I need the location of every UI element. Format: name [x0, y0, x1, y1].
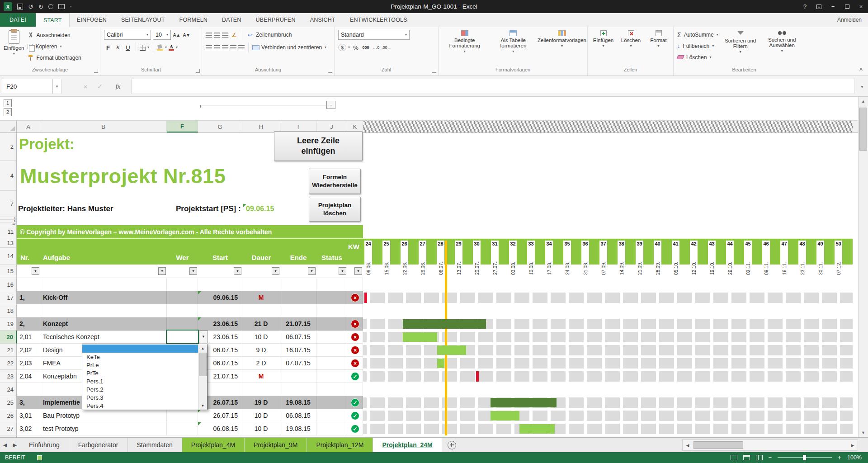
new-sheet-button[interactable]	[448, 441, 456, 449]
column-header-A[interactable]: A	[17, 121, 40, 132]
cell-H17[interactable]: M	[242, 291, 280, 304]
who-option-pers-1[interactable]: Pers.1	[82, 377, 198, 385]
cell-B18[interactable]	[40, 304, 167, 317]
cell-A27[interactable]: 3,02	[17, 422, 40, 435]
clear-button[interactable]: Löschen▾	[677, 52, 718, 62]
column-header-B[interactable]: B	[40, 121, 167, 132]
undo-icon[interactable]: ↺	[28, 4, 33, 10]
number-format-select[interactable]: Standard▾	[338, 30, 410, 40]
cell-H26[interactable]: 10 D	[242, 409, 280, 422]
cell-H24[interactable]	[242, 383, 280, 396]
cell-B16[interactable]	[40, 278, 167, 291]
dialog-launcher-clipboard[interactable]	[94, 69, 98, 73]
sheet-tab-farbgenerator[interactable]: Farbgenerator	[69, 438, 128, 452]
cell-H23[interactable]: M	[242, 370, 280, 383]
cell-J20[interactable]	[316, 331, 347, 344]
wrap-text-button[interactable]: Zeilenumbruch	[256, 30, 292, 40]
insert-empty-row-button[interactable]: Leere Zeile einfügen	[274, 131, 363, 161]
cell-A25[interactable]: 3,	[17, 396, 40, 409]
row-header-22[interactable]: 22	[0, 357, 17, 370]
scroll-left-icon[interactable]: ◀	[683, 443, 693, 448]
cell-B19[interactable]: Konzept	[40, 317, 167, 331]
cell-I16[interactable]	[280, 278, 316, 291]
borders-button[interactable]	[140, 45, 146, 51]
cell-F26[interactable]	[167, 409, 198, 422]
font-color-button[interactable]: A	[169, 44, 174, 51]
align-top-icon[interactable]	[206, 33, 212, 38]
cell-B27[interactable]: test Prototyp	[40, 422, 167, 435]
save-icon[interactable]	[17, 4, 23, 9]
filter-button-H[interactable]: ▼	[272, 267, 279, 275]
who-option-pers-3[interactable]: Pers.3	[82, 393, 198, 402]
cell-K24[interactable]	[347, 383, 363, 396]
minimize-button[interactable]: −	[826, 0, 840, 13]
row-header-26[interactable]: 26	[0, 409, 17, 422]
ribbon-tab-formeln[interactable]: FORMELN	[172, 13, 215, 27]
zoom-slider-thumb[interactable]	[803, 455, 806, 460]
cell-A23[interactable]: 2,04	[17, 370, 40, 383]
formula-input[interactable]	[131, 79, 854, 94]
who-option-blank[interactable]	[82, 345, 198, 353]
tab-scroll-right-icon[interactable]: ▶	[10, 438, 20, 452]
cell-H27[interactable]: 10 D	[242, 422, 280, 435]
dropdown-scrollbar[interactable]: ▲ ▼	[198, 344, 207, 410]
percent-button[interactable]: %	[352, 43, 360, 52]
filter-button-A[interactable]: ▼	[32, 267, 39, 275]
filter-button-I[interactable]: ▼	[308, 267, 316, 275]
cell-I25[interactable]: 19.08.15	[280, 396, 316, 409]
ribbon-tab-einfügen[interactable]: EINFÜGEN	[70, 13, 114, 27]
ribbon-tab-start[interactable]: START	[36, 13, 70, 27]
sort-filter-button[interactable]: Sortieren und Filtern ▾	[722, 29, 759, 67]
cell-A21[interactable]: 2,02	[17, 344, 40, 357]
currency-button[interactable]: $	[338, 44, 346, 51]
cell-B17[interactable]: Kick-Off	[40, 291, 167, 304]
delete-plan-button[interactable]: Projektplan löschen	[309, 197, 361, 222]
cell-A16[interactable]	[17, 278, 40, 291]
cell-H25[interactable]: 19 D	[242, 396, 280, 409]
cell-B20[interactable]: Tecnisches Konzept	[40, 331, 167, 344]
ribbon-tab-seitenlayout[interactable]: SEITENLAYOUT	[114, 13, 172, 27]
row-header-24[interactable]: 24	[0, 383, 17, 396]
orientation-button[interactable]: ∠	[230, 30, 238, 39]
sheet-tab-projektplan-24m[interactable]: Projektplan_24M	[373, 438, 442, 452]
underline-button[interactable]: U	[124, 43, 132, 52]
outline-level-1-button[interactable]: 1	[4, 99, 12, 107]
sign-in-link[interactable]: Anmelden	[837, 13, 862, 27]
cell-A19[interactable]: 2,	[17, 317, 40, 331]
who-option-pers-4[interactable]: Pers.4	[82, 402, 198, 410]
font-name-select[interactable]: Calibri▾	[104, 30, 151, 40]
who-dropdown-button[interactable]: ▼	[199, 331, 208, 343]
cell-G16[interactable]	[198, 278, 242, 291]
find-select-button[interactable]: Suchen und Auswählen ▾	[763, 29, 802, 67]
collapse-ribbon-button[interactable]: ^	[859, 67, 863, 73]
cell-G26[interactable]: 26.07.15	[198, 409, 242, 422]
cell-J22[interactable]	[316, 357, 347, 370]
sheet-tab-projektplan-9m[interactable]: Projektplan_9M	[245, 438, 307, 452]
row-header-7[interactable]: 7	[0, 191, 17, 217]
row-header-4[interactable]: 4	[0, 161, 17, 191]
italic-button[interactable]: K	[114, 43, 122, 52]
cell-F17[interactable]	[167, 291, 198, 304]
shrink-font-button[interactable]: A▼	[183, 30, 191, 39]
cell-J16[interactable]	[316, 278, 347, 291]
cell-G19[interactable]: 23.06.15	[198, 317, 242, 331]
cell-G18[interactable]	[198, 304, 242, 317]
cut-button[interactable]: Ausschneiden	[28, 30, 81, 40]
paste-button[interactable]: Einfügen ▾	[4, 29, 24, 67]
row-header-18[interactable]: 18	[0, 304, 17, 317]
cell-I21[interactable]: 16.07.15	[280, 344, 316, 357]
decrease-decimal-button[interactable]: .00→	[382, 43, 392, 52]
row-header-17[interactable]: 17	[0, 291, 17, 304]
align-right-icon[interactable]	[222, 45, 228, 50]
cell-F18[interactable]	[167, 304, 198, 317]
cell-J24[interactable]	[316, 383, 347, 396]
row-header-25[interactable]: 25	[0, 396, 17, 409]
zoom-out-icon[interactable]: −	[769, 454, 772, 461]
column-header-F[interactable]: F	[167, 121, 198, 132]
copy-button[interactable]: Kopieren▾	[28, 42, 81, 51]
cell-I24[interactable]	[280, 383, 316, 396]
filter-button-G[interactable]: ▼	[234, 267, 241, 275]
row-header-16[interactable]: 16	[0, 278, 17, 291]
row-header-13[interactable]: 13	[0, 238, 17, 248]
increase-indent-icon[interactable]	[238, 45, 245, 50]
